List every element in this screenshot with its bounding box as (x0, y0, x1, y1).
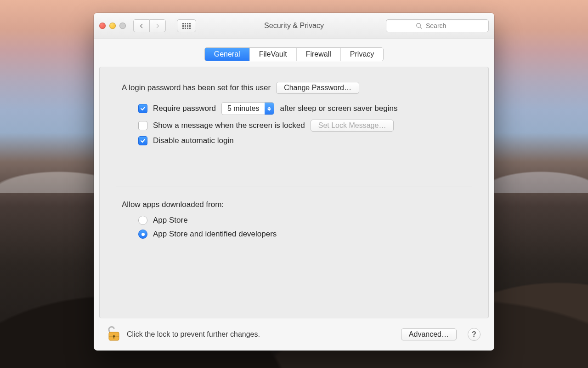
search-field[interactable] (386, 19, 489, 32)
tab-bar: General FileVault Firewall Privacy (204, 47, 384, 61)
gatekeeper-label-identified: App Store and identified developers (153, 230, 277, 239)
set-lock-message-button[interactable]: Set Lock Message… (311, 120, 394, 132)
gatekeeper-heading: Allow apps downloaded from: (122, 200, 224, 209)
gatekeeper-option-identified-row: App Store and identified developers (138, 230, 466, 239)
search-input[interactable] (425, 22, 459, 30)
gatekeeper-heading-row: Allow apps downloaded from: (122, 200, 466, 209)
lock-open-icon (107, 326, 120, 341)
require-password-label: Require password (153, 104, 216, 113)
content-area: General FileVault Firewall Privacy A log… (94, 39, 494, 351)
password-set-label: A login password has been set for this u… (122, 83, 271, 92)
grid-icon (182, 23, 191, 29)
gatekeeper-radio-appstore[interactable] (138, 216, 147, 225)
divider (116, 186, 472, 186)
delay-value: 5 minutes (222, 103, 265, 115)
desktop-wallpaper: Security & Privacy General FileVault Fir… (0, 0, 588, 368)
back-button[interactable] (133, 19, 149, 32)
advanced-button[interactable]: Advanced… (401, 328, 457, 340)
show-message-label: Show a message when the screen is locked (153, 121, 305, 130)
require-password-checkbox[interactable] (138, 104, 147, 113)
svg-line-1 (420, 27, 422, 29)
traffic-lights (99, 23, 126, 29)
disable-auto-login-row: Disable automatic login (138, 136, 466, 145)
stepper-icon (265, 103, 274, 115)
tab-privacy[interactable]: Privacy (340, 48, 383, 61)
lock-text: Click the lock to prevent further change… (127, 330, 260, 339)
preferences-window: Security & Privacy General FileVault Fir… (94, 13, 494, 351)
close-button[interactable] (99, 23, 106, 29)
gatekeeper-option-appstore-row: App Store (138, 216, 466, 225)
titlebar: Security & Privacy (94, 13, 494, 39)
svg-rect-5 (113, 336, 114, 339)
chevron-right-icon (156, 23, 159, 29)
nav-buttons (133, 19, 166, 32)
zoom-button (119, 23, 126, 29)
minimize-button[interactable] (109, 23, 116, 29)
disable-auto-login-checkbox[interactable] (138, 136, 147, 145)
show-message-row: Show a message when the screen is locked… (138, 120, 466, 132)
require-password-row: Require password 5 minutes after sleep o… (138, 102, 466, 115)
tab-firewall[interactable]: Firewall (296, 48, 340, 61)
change-password-button[interactable]: Change Password… (276, 82, 359, 94)
gatekeeper-label-appstore: App Store (153, 216, 188, 225)
search-icon (416, 23, 422, 29)
disable-auto-login-label: Disable automatic login (153, 136, 234, 145)
check-icon (140, 138, 146, 144)
footer: Click the lock to prevent further change… (99, 318, 489, 351)
after-sleep-label: after sleep or screen saver begins (280, 104, 397, 113)
general-panel: A login password has been set for this u… (99, 67, 489, 318)
tab-filevault[interactable]: FileVault (249, 48, 296, 61)
window-title: Security & Privacy (264, 22, 324, 30)
show-all-button[interactable] (177, 19, 196, 32)
gatekeeper-radio-identified[interactable] (138, 230, 147, 239)
require-password-delay-popup[interactable]: 5 minutes (221, 102, 274, 115)
check-icon (140, 106, 146, 111)
lock-button[interactable] (107, 326, 120, 343)
forward-button[interactable] (149, 19, 166, 32)
tab-general[interactable]: General (205, 48, 249, 61)
password-set-row: A login password has been set for this u… (122, 82, 466, 94)
show-message-checkbox[interactable] (138, 121, 147, 130)
help-button[interactable]: ? (468, 328, 481, 341)
chevron-left-icon (140, 23, 143, 29)
